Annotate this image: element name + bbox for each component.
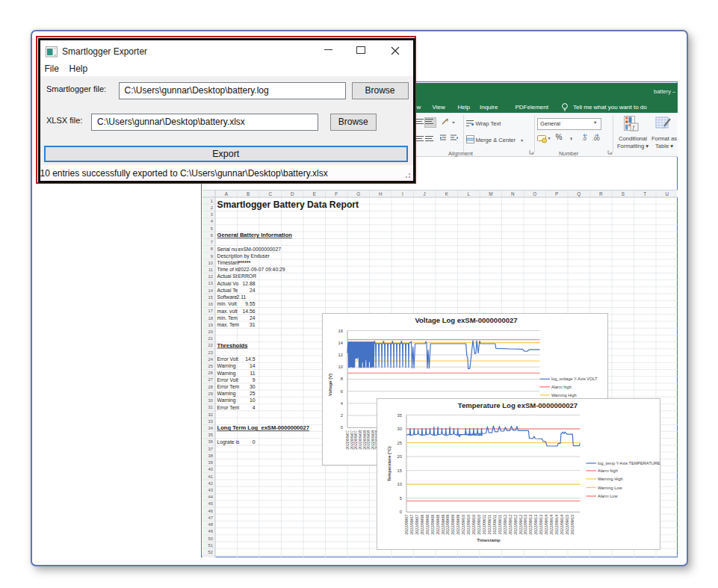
svg-text:2022/09/15: 2022/09/15 bbox=[569, 514, 574, 534]
svg-text:0: 0 bbox=[340, 425, 342, 430]
svg-text:4: 4 bbox=[252, 404, 255, 409]
svg-text:log_voltage Y-Axis VOLT: log_voltage Y-Axis VOLT bbox=[551, 377, 598, 381]
svg-text:40: 40 bbox=[208, 467, 212, 471]
svg-text:10: 10 bbox=[249, 397, 255, 403]
svg-text:F: F bbox=[335, 191, 338, 196]
svg-text:2022/09/07: 2022/09/07 bbox=[404, 514, 409, 534]
svg-text:10: 10 bbox=[208, 260, 212, 264]
svg-text:Alarm Low: Alarm Low bbox=[598, 494, 618, 498]
svg-text:2.11: 2.11 bbox=[236, 294, 246, 300]
svg-text:2022/09/08: 2022/09/08 bbox=[430, 514, 434, 534]
svg-text:Description by Enduser: Description by Enduser bbox=[217, 253, 270, 259]
svg-text:2022/09/10: 2022/09/10 bbox=[461, 514, 465, 534]
svg-text:U: U bbox=[665, 191, 669, 196]
svg-text:14: 14 bbox=[208, 288, 213, 292]
svg-text:2022/09/14: 2022/09/14 bbox=[544, 514, 548, 534]
svg-text:2022/09/10: 2022/09/10 bbox=[466, 514, 471, 534]
svg-text:Actual Vo: Actual Vo bbox=[217, 280, 238, 285]
svg-text:L: L bbox=[467, 191, 470, 196]
svg-text:2022/09/11: 2022/09/11 bbox=[492, 514, 496, 534]
svg-text:Alarm high: Alarm high bbox=[551, 384, 572, 389]
svg-text:2022/09/10: 2022/09/10 bbox=[471, 514, 476, 534]
svg-text:21: 21 bbox=[208, 336, 212, 341]
svg-text:Warning High: Warning High bbox=[598, 477, 623, 481]
svg-text:Timestamp: Timestamp bbox=[477, 538, 501, 542]
svg-text:39: 39 bbox=[208, 460, 212, 465]
svg-text:49: 49 bbox=[208, 529, 212, 533]
svg-text:Error Volt: Error Volt bbox=[217, 356, 238, 362]
svg-text:Alarm high: Alarm high bbox=[598, 468, 618, 473]
svg-text:Actual Te: Actual Te bbox=[217, 287, 238, 292]
svg-text:35: 35 bbox=[208, 433, 212, 437]
svg-text:Q: Q bbox=[577, 191, 581, 196]
svg-text:Time of in: Time of in bbox=[217, 267, 239, 272]
svg-text:32: 32 bbox=[208, 412, 212, 416]
svg-text:Warning Low: Warning Low bbox=[598, 485, 622, 489]
svg-text:11: 11 bbox=[208, 267, 212, 271]
svg-text:Warning High: Warning High bbox=[551, 392, 577, 397]
svg-text:Thresholds: Thresholds bbox=[217, 341, 247, 348]
svg-text:max. volt: max. volt bbox=[217, 308, 237, 313]
svg-text:0: 0 bbox=[252, 439, 255, 444]
svg-text:7: 7 bbox=[210, 240, 212, 244]
svg-text:24: 24 bbox=[249, 287, 255, 292]
svg-text:T: T bbox=[643, 191, 646, 196]
svg-text:R: R bbox=[598, 191, 602, 196]
svg-text:2022/09/12: 2022/09/12 bbox=[502, 514, 507, 534]
svg-text:Actual St: Actual St bbox=[217, 273, 237, 279]
svg-text:2022/09/15: 2022/09/15 bbox=[564, 514, 569, 534]
svg-text:14.5: 14.5 bbox=[245, 356, 255, 362]
svg-text:2022/09/10: 2022/09/10 bbox=[477, 514, 481, 534]
svg-text:6: 6 bbox=[340, 389, 342, 393]
svg-text:50: 50 bbox=[208, 536, 212, 540]
svg-text:2022/09/11: 2022/09/11 bbox=[486, 514, 491, 534]
svg-text:9: 9 bbox=[252, 377, 255, 382]
svg-text:2022/09/08: 2022/09/08 bbox=[435, 514, 439, 534]
svg-text:2022/09/07: 2022/09/07 bbox=[414, 514, 418, 534]
svg-text:min. Tem: min. Tem bbox=[217, 315, 238, 320]
svg-text:.0: .0 bbox=[582, 136, 587, 141]
svg-text:2022-09-07 09:40:29: 2022-09-07 09:40:29 bbox=[238, 267, 285, 272]
svg-text:31: 31 bbox=[249, 322, 255, 327]
svg-text:14: 14 bbox=[249, 363, 255, 368]
svg-text:Error Volt: Error Volt bbox=[217, 377, 238, 382]
svg-text:log_temp Y-Axis TEMPERATURE: log_temp Y-Axis TEMPERATURE bbox=[598, 461, 660, 465]
svg-text:24: 24 bbox=[249, 315, 255, 320]
svg-text:2: 2 bbox=[340, 413, 342, 418]
svg-text:2022/09/11: 2022/09/11 bbox=[497, 514, 501, 534]
svg-text:2022/09/14: 2022/09/14 bbox=[554, 514, 559, 534]
svg-text:General Battery Information: General Battery Information bbox=[217, 232, 292, 238]
svg-text:36: 36 bbox=[208, 439, 212, 444]
svg-text:8: 8 bbox=[210, 247, 212, 251]
svg-text:15: 15 bbox=[208, 294, 212, 299]
svg-text:Warning: Warning bbox=[217, 370, 235, 376]
svg-text:N: N bbox=[510, 191, 514, 196]
svg-text:10: 10 bbox=[397, 482, 401, 486]
svg-text:30: 30 bbox=[208, 398, 212, 403]
svg-text:43: 43 bbox=[208, 488, 212, 492]
svg-text:ƒ: ƒ bbox=[632, 125, 635, 131]
svg-text:30: 30 bbox=[249, 383, 255, 389]
svg-text:12: 12 bbox=[208, 274, 212, 279]
svg-text:******: ****** bbox=[238, 259, 250, 266]
svg-text:26: 26 bbox=[208, 371, 212, 375]
svg-text:2022/09/14: 2022/09/14 bbox=[549, 514, 554, 534]
svg-text:max. Tem: max. Tem bbox=[217, 322, 239, 327]
svg-text:Error Tem: Error Tem bbox=[217, 383, 239, 389]
svg-text:Voltage (V): Voltage (V) bbox=[328, 374, 332, 396]
svg-text:12: 12 bbox=[338, 353, 342, 357]
svg-text:42: 42 bbox=[208, 480, 212, 485]
svg-text:25: 25 bbox=[397, 440, 401, 445]
svg-text:52: 52 bbox=[208, 549, 212, 554]
svg-text:2022/09/14: 2022/09/14 bbox=[559, 514, 563, 534]
svg-text:2022/09/12: 2022/09/12 bbox=[518, 514, 522, 534]
svg-text:B: B bbox=[247, 191, 250, 196]
svg-text:13: 13 bbox=[208, 281, 212, 285]
svg-text:Error Tem: Error Tem bbox=[217, 404, 239, 409]
svg-text:2022/09/09: 2022/09/09 bbox=[440, 514, 445, 534]
svg-text:9.55: 9.55 bbox=[245, 301, 255, 306]
svg-text:Serial nu: Serial nu bbox=[217, 246, 237, 251]
svg-text:3: 3 bbox=[210, 212, 212, 217]
svg-text:exSM-0000000027: exSM-0000000027 bbox=[238, 246, 281, 251]
svg-text:14: 14 bbox=[338, 340, 343, 344]
